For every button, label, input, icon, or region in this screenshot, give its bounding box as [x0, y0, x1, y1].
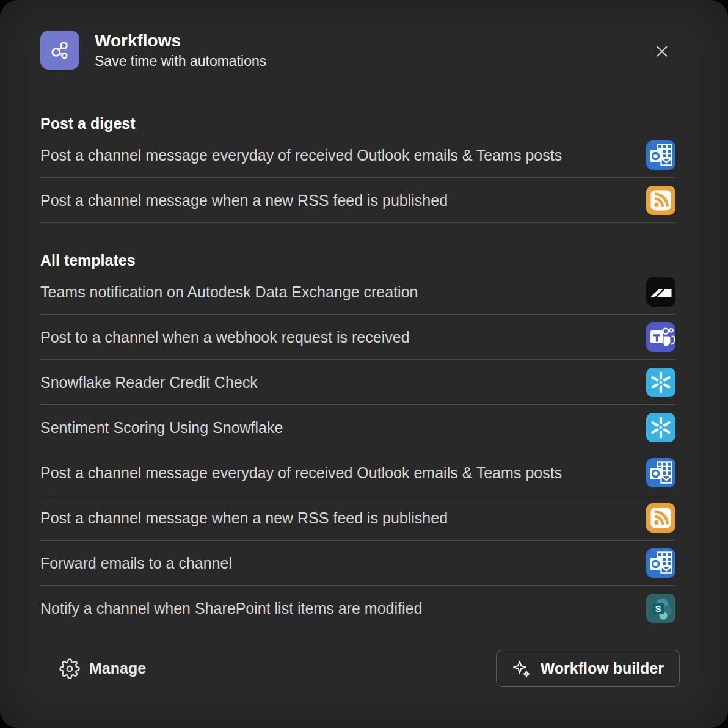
dialog-content: Post a digest Post a channel message eve…: [0, 114, 728, 630]
template-label: Post a channel message when a new RSS fe…: [40, 509, 448, 527]
dialog-title: Workflows: [95, 31, 675, 51]
outlook-icon: [646, 458, 675, 487]
section-post-a-digest: Post a digest Post a channel message eve…: [40, 114, 675, 223]
workflows-dialog: Workflows Save time with automations Pos…: [0, 0, 728, 728]
workflow-builder-button[interactable]: Workflow builder: [496, 650, 680, 687]
template-label: Snowflake Reader Credit Check: [40, 373, 258, 391]
template-label: Notify a channel when SharePoint list it…: [40, 599, 422, 617]
template-item-webhook[interactable]: Post to a channel when a webhook request…: [40, 315, 675, 360]
template-item-forward-emails[interactable]: Forward emails to a channel: [40, 541, 675, 586]
autodesk-icon: [646, 277, 675, 307]
template-item-snowflake-sentiment[interactable]: Sentiment Scoring Using Snowflake: [40, 405, 675, 450]
workflow-builder-label: Workflow builder: [541, 660, 664, 677]
section-all-templates: All templates Teams notification on Auto…: [40, 251, 675, 630]
dialog-footer: Manage Workflow builder: [0, 630, 728, 687]
workflow-share-icon: [47, 37, 73, 63]
template-label: Forward emails to a channel: [40, 554, 232, 572]
template-item-snowflake-credit[interactable]: Snowflake Reader Credit Check: [40, 360, 675, 405]
manage-button[interactable]: Manage: [59, 658, 146, 679]
template-label: Post a channel message everyday of recei…: [40, 464, 562, 482]
close-icon: [653, 42, 671, 60]
template-label: Post a channel message when a new RSS fe…: [40, 191, 448, 209]
snowflake-icon: [646, 368, 675, 397]
section-heading: All templates: [40, 251, 675, 269]
rss-icon: [646, 186, 675, 215]
template-label: Teams notification on Autodesk Data Exch…: [40, 283, 418, 301]
dialog-subtitle: Save time with automations: [95, 52, 675, 70]
template-item-outlook-digest[interactable]: Post a channel message everyday of recei…: [40, 133, 675, 178]
snowflake-icon: [646, 413, 675, 442]
template-label: Post a channel message everyday of recei…: [40, 146, 562, 164]
rss-icon: [646, 503, 675, 533]
template-label: Post to a channel when a webhook request…: [40, 328, 410, 346]
template-item-rss-digest[interactable]: Post a channel message when a new RSS fe…: [40, 178, 675, 223]
template-item-autodesk[interactable]: Teams notification on Autodesk Data Exch…: [40, 269, 675, 315]
template-item-sharepoint[interactable]: Notify a channel when SharePoint list it…: [40, 586, 675, 630]
section-heading: Post a digest: [40, 114, 675, 133]
workflows-app-icon: [40, 31, 79, 70]
teams-icon: [646, 322, 675, 352]
header-text: Workflows Save time with automations: [95, 31, 675, 70]
sparkles-icon: [512, 659, 531, 679]
template-item-rss-published[interactable]: Post a channel message when a new RSS fe…: [40, 495, 675, 541]
sharepoint-icon: [646, 594, 675, 623]
outlook-icon: [646, 140, 675, 170]
template-label: Sentiment Scoring Using Snowflake: [40, 418, 283, 437]
outlook-icon: [646, 548, 675, 578]
manage-label: Manage: [89, 660, 146, 677]
template-item-outlook-everyday[interactable]: Post a channel message everyday of recei…: [40, 450, 675, 495]
gear-icon: [59, 658, 80, 679]
dialog-header: Workflows Save time with automations: [0, 0, 728, 70]
close-button[interactable]: [648, 37, 676, 65]
